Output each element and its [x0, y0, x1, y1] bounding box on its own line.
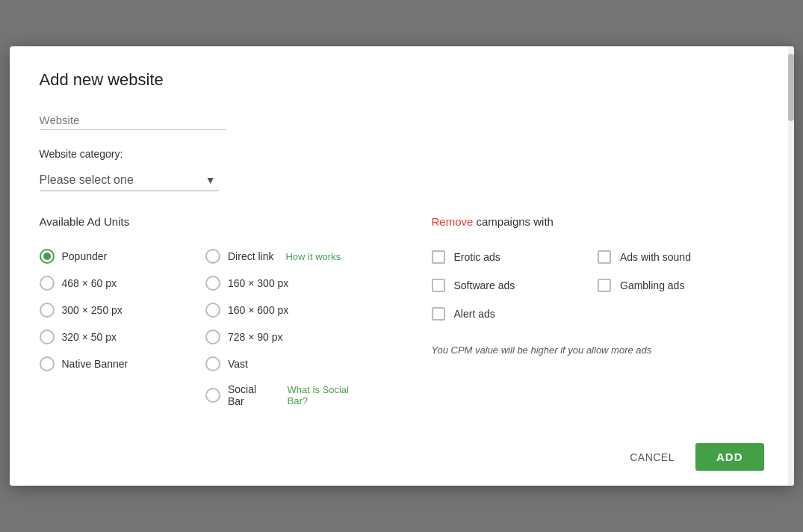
remove-campaigns-title: Remove campaigns with — [432, 215, 764, 228]
label-160x600: 160 × 600 px — [228, 304, 288, 316]
radio-468x60[interactable] — [40, 276, 55, 291]
radio-native[interactable] — [40, 356, 55, 371]
label-native: Native Banner — [62, 358, 128, 370]
checkbox-row-sound[interactable]: Ads with sound — [598, 243, 764, 271]
radio-320x50[interactable] — [40, 330, 55, 344]
radio-row-direct[interactable]: Direct link How it works — [205, 243, 372, 270]
radio-direct[interactable] — [205, 249, 220, 264]
radio-row-160x600[interactable]: 160 × 600 px — [205, 297, 372, 324]
modal-title: Add new website — [40, 70, 764, 90]
how-it-works-link[interactable]: How it works — [285, 251, 341, 262]
label-728x90: 728 × 90 px — [228, 331, 283, 343]
checkboxes-grid: Erotic ads Software ads Alert ads — [432, 243, 764, 328]
checkbox-gambling[interactable] — [598, 279, 611, 292]
checkbox-erotic[interactable] — [432, 250, 445, 264]
radio-row-320x50[interactable]: 320 × 50 px — [40, 324, 206, 350]
radio-160x600[interactable] — [205, 303, 220, 318]
radio-row-468x60[interactable]: 468 × 60 px — [40, 270, 206, 297]
checkbox-row-software[interactable]: Software ads — [432, 271, 598, 300]
website-category-label: Website category: — [40, 148, 764, 160]
scrollbar-track — [788, 46, 794, 486]
ad-units-grid: Popunder 468 × 60 px 300 × 250 px — [40, 243, 372, 413]
label-popunder: Popunder — [62, 250, 108, 262]
category-select-wrapper: Please select one ▼ — [40, 169, 219, 191]
what-is-socialbar-link[interactable]: What is Social Bar? — [288, 384, 372, 406]
checkboxes-left: Erotic ads Software ads Alert ads — [432, 243, 598, 328]
radio-row-300x250[interactable]: 300 × 250 px — [40, 297, 206, 324]
radio-160x300[interactable] — [205, 276, 220, 291]
label-socialbar: Social Bar — [228, 383, 276, 407]
cancel-button[interactable]: CANCEL — [621, 445, 683, 469]
radio-300x250[interactable] — [40, 303, 55, 318]
label-300x250: 300 × 250 px — [62, 304, 123, 316]
radio-vast[interactable] — [205, 356, 220, 371]
modal-dialog: Add new website Website category: Please… — [10, 46, 794, 486]
ad-units-column: Available Ad Units Popunder 468 × 60 px — [40, 215, 372, 413]
radio-socialbar[interactable] — [205, 388, 220, 403]
radio-row-160x300[interactable]: 160 × 300 px — [205, 270, 372, 297]
label-software: Software ads — [454, 279, 515, 291]
checkboxes-right: Ads with sound Gambling ads — [598, 243, 764, 328]
add-button[interactable]: ADD — [695, 443, 764, 471]
label-320x50: 320 × 50 px — [62, 331, 117, 343]
scrollbar-thumb[interactable] — [788, 54, 794, 121]
checkbox-row-alert[interactable]: Alert ads — [432, 300, 598, 328]
modal-footer: CANCEL ADD — [10, 431, 794, 486]
label-vast: Vast — [228, 358, 248, 370]
radio-popunder[interactable] — [40, 249, 55, 264]
radio-row-popunder[interactable]: Popunder — [40, 243, 206, 270]
radio-728x90[interactable] — [205, 330, 220, 344]
remove-suffix: campaigns with — [477, 215, 554, 228]
label-gambling: Gambling ads — [620, 279, 684, 291]
label-alert: Alert ads — [454, 308, 495, 320]
label-erotic: Erotic ads — [454, 251, 500, 263]
radio-row-socialbar[interactable]: Social Bar What is Social Bar? — [205, 377, 372, 413]
remove-campaigns-column: Remove campaigns with Erotic ads — [417, 215, 764, 413]
label-sound: Ads with sound — [620, 251, 691, 263]
modal-overlay: Add new website Website category: Please… — [0, 0, 803, 532]
website-input[interactable] — [40, 111, 226, 130]
label-direct: Direct link — [228, 250, 273, 262]
radio-row-vast[interactable]: Vast — [205, 350, 372, 377]
ad-units-right: Direct link How it works 160 × 300 px 16… — [205, 243, 372, 413]
category-select[interactable]: Please select one — [40, 169, 219, 191]
checkbox-software[interactable] — [432, 279, 445, 292]
checkbox-row-erotic[interactable]: Erotic ads — [432, 243, 598, 271]
modal-scroll-area: Add new website Website category: Please… — [10, 46, 794, 431]
checkbox-sound[interactable] — [598, 250, 611, 264]
ad-units-left: Popunder 468 × 60 px 300 × 250 px — [40, 243, 206, 413]
checkbox-row-gambling[interactable]: Gambling ads — [598, 271, 764, 300]
ad-units-title: Available Ad Units — [40, 215, 372, 228]
remove-word: Remove — [432, 215, 474, 228]
label-160x300: 160 × 300 px — [228, 277, 288, 289]
checkbox-alert[interactable] — [432, 307, 445, 321]
cpm-note: You CPM value will be higher if you allo… — [432, 343, 764, 358]
radio-row-728x90[interactable]: 728 × 90 px — [205, 324, 372, 350]
radio-row-native[interactable]: Native Banner — [40, 350, 206, 377]
main-content-columns: Available Ad Units Popunder 468 × 60 px — [40, 215, 764, 413]
label-468x60: 468 × 60 px — [62, 277, 117, 289]
